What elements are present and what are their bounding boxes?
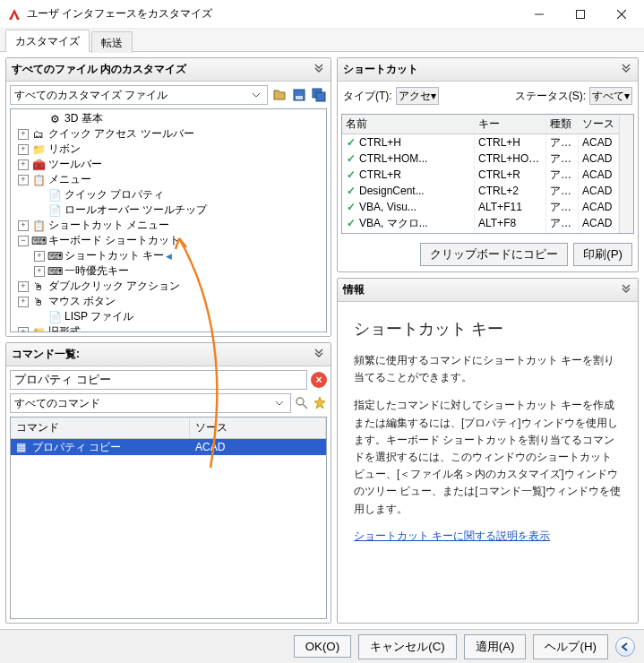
clear-search-button[interactable]: × bbox=[311, 372, 327, 388]
tree-node[interactable]: ツールバー bbox=[48, 157, 102, 172]
shortcut-row[interactable]: ✓CTRL+HOM...CTRL+HOMEアク...ACAD bbox=[342, 151, 619, 167]
expand-icon[interactable]: + bbox=[18, 327, 29, 333]
print-button[interactable]: 印刷(P) bbox=[573, 243, 632, 266]
expand-icon[interactable]: + bbox=[18, 297, 29, 307]
tab-transfer[interactable]: 転送 bbox=[91, 31, 133, 53]
tree-node[interactable]: ロールオーバー ツールチップ bbox=[64, 202, 207, 218]
shortcuts-table[interactable]: 名前 キー 種類 ソース ✓CTRL+HCTRL+Hアク...ACAD✓CTRL… bbox=[341, 114, 634, 234]
open-cui-button[interactable] bbox=[271, 87, 288, 103]
command-name: プロパティ コピー bbox=[32, 440, 121, 455]
customization-tree[interactable]: ⚙3D 基本 +🗂クイック アクセス ツールバー +📁リボン +🧰ツールバー +… bbox=[10, 108, 327, 332]
close-button[interactable] bbox=[601, 0, 642, 29]
command-filter-combo[interactable]: すべてのコマンド bbox=[10, 393, 291, 413]
maximize-button[interactable] bbox=[560, 0, 601, 29]
tree-node[interactable]: リボン bbox=[48, 142, 81, 157]
shortcut-source: ACAD bbox=[579, 134, 619, 151]
ok-button[interactable]: OK(O) bbox=[294, 635, 352, 658]
tree-node[interactable]: 3D 基本 bbox=[64, 111, 103, 126]
customizations-panel-header: すべてのファイル 内のカスタマイズ bbox=[6, 58, 331, 82]
copy-to-clipboard-button[interactable]: クリップボードにコピー bbox=[420, 243, 568, 266]
window-title: ユーザ インタフェースをカスタマイズ bbox=[27, 6, 519, 22]
shortcut-key: CTRL+R bbox=[475, 167, 546, 183]
help-button[interactable]: ヘルプ(H) bbox=[533, 634, 608, 659]
expand-icon[interactable]: + bbox=[18, 159, 29, 170]
tree-node-shortcut-keys[interactable]: ショートカット キー bbox=[64, 248, 164, 263]
shortcut-name: CTRL+HOM... bbox=[359, 152, 427, 165]
properties-icon: 📄 bbox=[47, 188, 62, 202]
type-label: タイプ(T): bbox=[343, 89, 392, 104]
apply-button[interactable]: 適用(A) bbox=[464, 634, 527, 659]
shortcut-row[interactable]: ✓VBA, Visu...ALT+F11アク...ACAD bbox=[342, 199, 619, 215]
command-list[interactable]: コマンド ソース ▦プロパティ コピー ACAD bbox=[10, 417, 327, 619]
expand-icon[interactable]: + bbox=[18, 144, 29, 155]
expand-icon[interactable]: + bbox=[18, 129, 29, 140]
status-combo[interactable]: すべて▾ bbox=[589, 87, 632, 105]
tab-customize[interactable]: カスタマイズ bbox=[5, 30, 90, 52]
col-key[interactable]: キー bbox=[475, 115, 546, 133]
shortcut-row[interactable]: ✓オブジェクト...CTRL+1アク...ACAD bbox=[342, 231, 619, 233]
shortcut-keys-icon: ⌨ bbox=[47, 249, 62, 263]
gear-icon: ⚙ bbox=[47, 112, 62, 126]
command-icon: ▦ bbox=[16, 441, 29, 453]
cancel-button[interactable]: キャンセル(C) bbox=[358, 634, 457, 659]
tree-node[interactable]: LISP ファイル bbox=[64, 309, 133, 324]
shortcut-source: ACAD bbox=[579, 199, 619, 215]
chevron-down-icon: ▾ bbox=[431, 90, 436, 102]
command-list-title: コマンド一覧: bbox=[12, 347, 80, 362]
command-search-input[interactable] bbox=[10, 370, 307, 390]
save-all-cui-button[interactable] bbox=[311, 87, 327, 103]
svg-rect-5 bbox=[316, 92, 325, 101]
minimize-button[interactable] bbox=[519, 0, 560, 29]
shortcut-key: CTRL+HOME bbox=[475, 151, 546, 167]
column-header-source[interactable]: ソース bbox=[190, 418, 326, 438]
info-paragraph: 指定したコマンドに対してショートカット キーを作成または編集するには、[プロパテ… bbox=[354, 397, 622, 517]
tree-node-keyboard-shortcuts[interactable]: キーボード ショートカット bbox=[48, 233, 180, 248]
shortcut-type: アク... bbox=[546, 230, 579, 234]
shortcut-row[interactable]: ✓VBA, マクロ...ALT+F8アク...ACAD bbox=[342, 215, 619, 231]
shortcut-key: CTRL+2 bbox=[475, 183, 546, 199]
shortcut-name: VBA, マクロ... bbox=[359, 216, 428, 231]
info-paragraph: 頻繁に使用するコマンドにショートカット キーを割り当てることができます。 bbox=[354, 352, 622, 386]
collapse-icon[interactable] bbox=[313, 349, 325, 361]
collapse-icon[interactable]: − bbox=[18, 236, 29, 246]
app-logo-icon bbox=[7, 7, 21, 22]
shortcut-row[interactable]: ✓DesignCent...CTRL+2アク...ACAD bbox=[342, 183, 619, 199]
mouse-icon: 🖱 bbox=[31, 295, 46, 309]
command-source: ACAD bbox=[190, 441, 326, 453]
tree-node[interactable]: マウス ボタン bbox=[48, 294, 116, 309]
info-help-link[interactable]: ショートカット キーに関する説明を表示 bbox=[354, 530, 550, 542]
expand-icon[interactable]: + bbox=[18, 220, 29, 231]
tree-node[interactable]: ショートカット メニュー bbox=[48, 218, 169, 233]
svg-rect-0 bbox=[535, 13, 544, 14]
shortcut-row[interactable]: ✓CTRL+RCTRL+Rアク...ACAD bbox=[342, 167, 619, 183]
expand-icon[interactable]: + bbox=[18, 281, 29, 292]
collapse-icon[interactable] bbox=[620, 64, 632, 76]
scrollbar[interactable] bbox=[619, 115, 633, 233]
shortcut-row[interactable]: ✓CTRL+HCTRL+Hアク...ACAD bbox=[342, 134, 619, 151]
collapse-icon[interactable] bbox=[620, 284, 632, 297]
tree-node[interactable]: 一時優先キー bbox=[64, 263, 129, 279]
find-button[interactable] bbox=[295, 396, 309, 410]
ribbon-icon: 📁 bbox=[31, 142, 46, 157]
col-name[interactable]: 名前 bbox=[342, 115, 475, 133]
col-type[interactable]: 種類 bbox=[546, 115, 579, 133]
shortcut-name: オブジェクト... bbox=[359, 232, 433, 234]
column-header-command[interactable]: コマンド bbox=[11, 418, 190, 438]
type-combo[interactable]: アクセ▾ bbox=[396, 87, 439, 105]
col-source[interactable]: ソース bbox=[579, 115, 619, 133]
cui-file-combo[interactable]: すべてのカスタマイズ ファイル bbox=[10, 85, 268, 105]
chevron-down-icon bbox=[249, 91, 263, 99]
save-cui-button[interactable] bbox=[291, 87, 307, 103]
tree-node[interactable]: メニュー bbox=[48, 172, 91, 187]
tree-node[interactable]: ダブルクリック アクション bbox=[48, 279, 180, 294]
collapse-icon[interactable] bbox=[313, 64, 325, 76]
tree-node[interactable]: クイック プロパティ bbox=[64, 187, 164, 202]
expand-icon[interactable]: + bbox=[34, 266, 45, 277]
expand-dialog-button[interactable] bbox=[615, 637, 635, 657]
tree-node[interactable]: クイック アクセス ツールバー bbox=[48, 126, 194, 142]
new-command-button[interactable] bbox=[313, 396, 327, 410]
expand-icon[interactable]: + bbox=[34, 251, 45, 262]
tree-node[interactable]: 旧形式 bbox=[48, 324, 81, 332]
expand-icon[interactable]: + bbox=[18, 175, 29, 185]
command-row-selected[interactable]: ▦プロパティ コピー ACAD bbox=[11, 439, 326, 455]
